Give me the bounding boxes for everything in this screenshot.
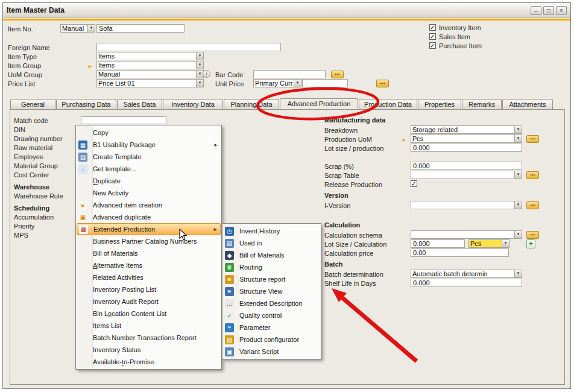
dropdown-arrow-icon[interactable]: ▼ [196, 80, 203, 87]
i-version-more-button[interactable]: ... [526, 201, 539, 209]
menu-item-extended-production[interactable]: ▦Extended Production► [77, 223, 221, 235]
checkbox-purchase-item[interactable]: ✓ [429, 42, 436, 49]
item-group-link-arrow-icon[interactable]: ► [87, 63, 93, 69]
menu-item-business-partner-catalog-numbers[interactable]: Business Partner Catalog Numbers [77, 235, 221, 247]
unit-price-more-button[interactable]: ... [376, 80, 389, 87]
uom-info-icon[interactable]: i [203, 70, 210, 78]
checkbox-row-purchase-item[interactable]: ✓Purchase Item [429, 41, 482, 50]
dropdown-arrow-icon[interactable]: ▼ [196, 52, 203, 60]
menu-item-inventory-audit-report[interactable]: Inventory Audit Report [77, 296, 221, 308]
menu-item-items-list[interactable]: Items List [77, 320, 221, 332]
unit-price-currency-select[interactable]: Primary Curr ▼ [253, 79, 301, 87]
menu-item-new-activity[interactable]: New Activity [77, 187, 221, 199]
unit-price-field[interactable] [302, 79, 348, 87]
batch-determination-select[interactable]: Automatic batch determin ▼ [411, 270, 522, 278]
dropdown-arrow-icon[interactable]: ▼ [514, 201, 522, 209]
tab-remarks[interactable]: Remarks [462, 99, 502, 109]
menu-item-product-configurator[interactable]: ▧Product configurator [223, 334, 320, 346]
menu-item-parameter[interactable]: ≡Parameter [223, 321, 320, 334]
menu-item-bin-location-content-list[interactable]: Bin Location Content List [77, 308, 221, 320]
menu-item-routing[interactable]: ⚙Routing [223, 261, 320, 273]
dropdown-arrow-icon[interactable]: ▼ [294, 80, 301, 87]
tab-production-data[interactable]: Production Data [359, 99, 417, 109]
tab-advanced-production[interactable]: Advanced Production [280, 98, 358, 109]
menu-item-structure-report[interactable]: ≡Structure report [223, 273, 320, 285]
title-bar[interactable]: Item Master Data – □ × [3, 3, 570, 18]
dropdown-arrow-icon[interactable]: ▼ [196, 62, 203, 69]
menu-item-invent-history[interactable]: ◷Invent.History [223, 225, 320, 237]
release-production-checkbox[interactable]: ✓ [411, 180, 417, 187]
menu-item-quality-control[interactable]: ✓Quality control [223, 309, 320, 321]
menu-item-extended-description[interactable]: …Extended Description [223, 297, 320, 309]
menu-item-create-template[interactable]: ▤Create Template [77, 151, 221, 163]
bar-code-field[interactable] [253, 70, 326, 78]
production-uom-select[interactable]: Pcs ▼ [411, 134, 522, 143]
shelf-life-field[interactable]: 0.000 [411, 279, 522, 287]
cost-center-label: Cost Center [14, 171, 49, 179]
calculation-schema-more-button[interactable]: ... [526, 231, 539, 239]
menu-item-inventory-status[interactable]: Inventory Status [77, 344, 221, 356]
close-button[interactable]: × [556, 6, 567, 15]
menu-item-variant-script[interactable]: ▣Variant Script [223, 346, 320, 358]
tab-inventory-data[interactable]: Inventory Data [163, 99, 223, 109]
tab-properties[interactable]: Properties [418, 99, 461, 109]
dropdown-arrow-icon[interactable]: ▼ [514, 270, 522, 277]
dropdown-arrow-icon[interactable]: ▼ [87, 25, 95, 32]
lot-size-calculation-uom-select[interactable]: Pcs ▼ [468, 239, 509, 248]
breakdown-select[interactable]: Storage related ▼ [411, 125, 522, 134]
checkbox-sales-item[interactable]: ✓ [429, 33, 436, 40]
dropdown-arrow-icon[interactable]: ▼ [514, 135, 522, 142]
menu-item-advanced-item-creation[interactable]: ≡Advanced item creation [77, 199, 221, 211]
foreign-name-field[interactable] [96, 43, 281, 51]
menu-item-available-to-promise[interactable]: Available-to-Promise [77, 356, 221, 368]
menu-item-duplicate[interactable]: Duplicate [77, 175, 221, 187]
menu-item-copy[interactable]: Copy [77, 127, 221, 139]
item-no-field[interactable]: Sofa [96, 24, 184, 33]
minimize-button[interactable]: – [531, 6, 541, 15]
dropdown-arrow-icon[interactable]: ▼ [514, 126, 522, 133]
menu-item-bill-of-materials[interactable]: ◆Bill of Materials [223, 249, 320, 261]
menu-item-bill-of-materials[interactable]: Bill of Materials [77, 247, 221, 259]
checkbox-inventory-item[interactable]: ✓ [429, 24, 436, 31]
menu-item-advanced-duplicate[interactable]: ▣Advanced duplicate [77, 211, 221, 223]
restore-button[interactable]: □ [543, 6, 554, 15]
production-uom-link-arrow-icon[interactable]: ► [402, 137, 407, 143]
uom-group-select[interactable]: Manual ▼ [96, 70, 204, 78]
calculation-price-field[interactable]: 0.00 [411, 248, 509, 257]
checkbox-row-inventory-item[interactable]: ✓Inventory Item [429, 23, 482, 32]
menu-item-related-activities[interactable]: Related Activities [77, 271, 221, 283]
menu-item-b1-usability-package[interactable]: ▦B1 Usability Package► [77, 139, 221, 151]
dropdown-arrow-icon[interactable]: ▼ [514, 231, 522, 238]
item-type-select[interactable]: Items ▼ [96, 52, 204, 60]
dropdown-arrow-icon[interactable]: ▼ [514, 171, 522, 179]
dropdown-arrow-icon[interactable]: ▼ [502, 240, 509, 247]
item-group-select[interactable]: Items ▼ [96, 61, 204, 69]
menu-item-structure-view[interactable]: ≡Structure View [223, 285, 320, 297]
menu-item-inventory-posting-list[interactable]: Inventory Posting List [77, 283, 221, 296]
price-list-select[interactable]: Price List 01 ▼ [96, 79, 204, 87]
checkbox-row-sales-item[interactable]: ✓Sales Item [429, 32, 482, 41]
scrap-pct-label: Scrap (%) [324, 163, 354, 170]
item-no-mode-select[interactable]: Manual ▼ [60, 24, 95, 33]
tab-purchasing-data[interactable]: Purchasing Data [56, 99, 116, 109]
tab-attachments[interactable]: Attachments [502, 99, 553, 109]
menu-item-alternative-items[interactable]: Alternative Items [77, 259, 221, 271]
production-uom-more-button[interactable]: ... [526, 135, 539, 143]
tab-sales-data[interactable]: Sales Data [117, 99, 162, 109]
lot-size-calculation-field[interactable]: 0.000 [411, 239, 465, 248]
calculation-add-icon[interactable]: + [526, 239, 535, 248]
match-code-field[interactable] [81, 116, 166, 124]
tab-planning-data[interactable]: Planning Data [224, 99, 279, 109]
tab-general[interactable]: General [10, 99, 55, 109]
calculation-schema-select[interactable]: ▼ [411, 230, 522, 239]
menu-item-batch-number-transactions-report[interactable]: Batch Number Transactions Report [77, 332, 221, 344]
lot-size-production-field[interactable]: 0.000 [411, 144, 522, 152]
menu-item-get-template[interactable]: ↓Get template... [77, 163, 221, 175]
menu-item-used-in[interactable]: ▤Used in [223, 237, 320, 249]
price-list-value: Price List 01 [97, 80, 196, 87]
i-version-select[interactable]: ▼ [411, 201, 522, 209]
scrap-table-select[interactable]: ▼ [411, 171, 522, 179]
scrap-pct-field[interactable]: 0.000 [411, 162, 522, 170]
bar-code-more-button[interactable]: ... [331, 71, 344, 78]
scrap-table-more-button[interactable]: ... [526, 171, 539, 179]
